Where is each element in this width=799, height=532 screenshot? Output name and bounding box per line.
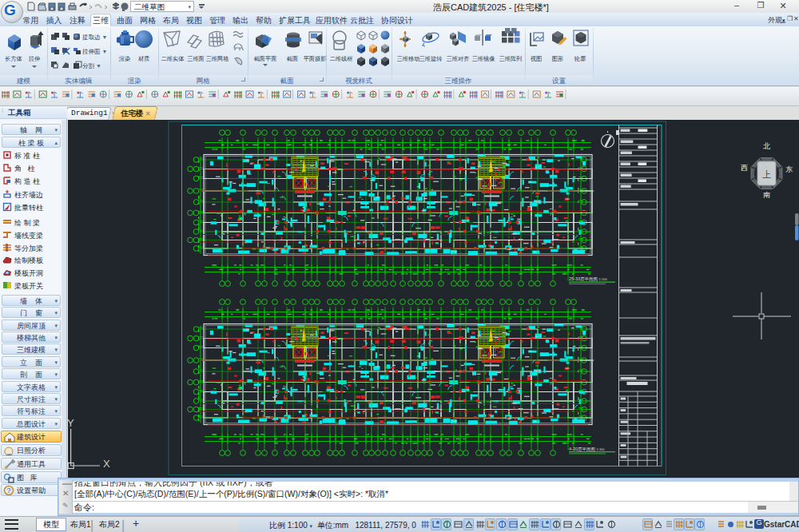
svg-text:东: 东 bbox=[785, 165, 793, 173]
svg-text:X: X bbox=[103, 458, 110, 470]
svg-text:4-20层平面图 1:100: 4-20层平面图 1:100 bbox=[569, 447, 605, 452]
svg-text:Y: Y bbox=[68, 417, 74, 429]
svg-text:上: 上 bbox=[762, 169, 771, 179]
svg-text:25-33层平面图 1:100: 25-33层平面图 1:100 bbox=[569, 276, 607, 282]
svg-text:?: ? bbox=[7, 486, 11, 494]
svg-text:北: 北 bbox=[763, 142, 770, 150]
svg-text:南: 南 bbox=[763, 191, 770, 199]
svg-text:西: 西 bbox=[741, 164, 748, 172]
